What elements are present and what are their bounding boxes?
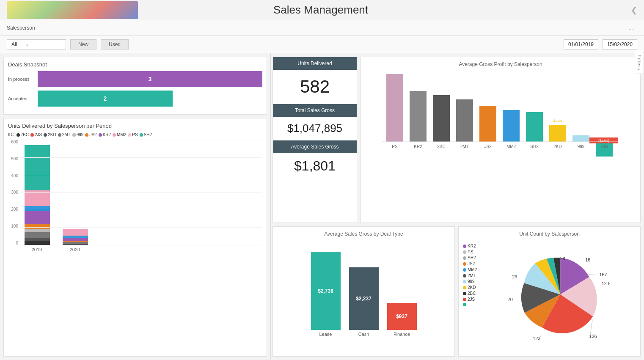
svg-rect-1	[410, 91, 427, 142]
collapse-icon[interactable]: ❮	[631, 5, 637, 15]
deal-type-bars: $2,738 Lease $2,237 Cash $937	[277, 239, 450, 337]
lease-bar-wrap: $2,738 Lease	[311, 252, 341, 337]
bar-segment-2kd-2019	[25, 238, 50, 241]
pie-chart-section: KR2 PS SH2 JS2 MM2 2MT 999 2KD 2BC 2JS	[463, 239, 636, 351]
page-title: Sales Management	[273, 3, 368, 16]
deals-snapshot-title: Deals Snapshot	[8, 61, 262, 68]
svg-text:2JS: 2JS	[600, 144, 608, 149]
legend-kr2: KR2	[463, 244, 477, 248]
pie-svg: 167 12 8 16 28 29 70 123 126	[480, 239, 636, 349]
logo	[7, 1, 138, 19]
in-process-label: In process	[8, 77, 38, 82]
svg-text:28: 28	[560, 256, 565, 261]
legend-kr2: KR2	[99, 132, 111, 137]
chevron-down-icon: ⌄	[25, 42, 29, 47]
pie-legend: KR2 PS SH2 JS2 MM2 2MT 999 2KD 2BC 2JS	[463, 244, 477, 351]
right-panel: Units Delivered 582 Total Sales Gross $1…	[271, 53, 644, 360]
svg-rect-3	[456, 99, 473, 142]
legend-2js: 2JS	[30, 132, 42, 137]
svg-rect-9	[572, 135, 589, 142]
more-options[interactable]: ...	[628, 24, 634, 32]
y-axis: 600 500 400 300 200 100 0	[8, 140, 20, 254]
used-button[interactable]: Used	[101, 39, 129, 49]
pie-svg-container: 167 12 8 16 28 29 70 123 126	[480, 239, 636, 351]
salesperson-label: Salesperson	[7, 25, 35, 31]
main-content: Deals Snapshot In process 3 Accepted 2	[0, 53, 644, 360]
bar-segment-kr2-2020	[63, 238, 88, 241]
avg-sales-chart: Average Sales Gross by Deal Type $2,738 …	[272, 226, 455, 357]
legend-ps: PS	[128, 132, 138, 137]
avg-gross-svg: $744 ($480) PS KR2 2BC 2MT JS2	[365, 70, 636, 159]
controls-row: All ⌄ New Used 01/01/2019 15/02/2020	[0, 36, 644, 53]
svg-text:167: 167	[600, 272, 607, 277]
x-label-2019: 2019	[24, 247, 50, 252]
legend-js2: JS2	[85, 132, 96, 137]
total-sales-header: Total Sales Gross	[273, 104, 357, 117]
x-label-2020: 2020	[62, 247, 88, 252]
svg-rect-6	[526, 112, 543, 142]
bar-segment-2mt-2019	[25, 232, 50, 237]
svg-text:12  8: 12 8	[602, 281, 611, 286]
svg-text:JS2: JS2	[484, 144, 492, 149]
accepted-bar: 2	[38, 91, 173, 107]
kpi-panel: Units Delivered 582 Total Sales Gross $1…	[272, 57, 357, 223]
units-chart-area: 600 500 400 300 200 100 0	[8, 140, 262, 254]
deals-snapshot: Deals Snapshot In process 3 Accepted 2	[3, 57, 267, 115]
grid-lines	[20, 140, 262, 245]
legend-mm2: MM2	[113, 132, 126, 137]
left-panel: Deals Snapshot In process 3 Accepted 2	[0, 53, 271, 360]
bar-segment-sh2-2019	[25, 145, 50, 190]
svg-text:2MT: 2MT	[460, 144, 469, 149]
legend-2bc: 2BC	[17, 132, 29, 137]
legend-ps: PS	[463, 250, 477, 254]
svg-text:29: 29	[512, 274, 517, 279]
avg-sales-value: $1,801	[273, 153, 357, 179]
bar-segment-2bc-2019	[25, 241, 50, 245]
bottom-right-section: Average Sales Gross by Deal Type $2,738 …	[271, 225, 644, 360]
new-button[interactable]: New	[70, 39, 96, 49]
accepted-bar-container: 2	[38, 91, 262, 107]
svg-text:MM2: MM2	[506, 144, 516, 149]
legend-sh2: SH2	[140, 132, 152, 137]
unit-count-chart: Unit Count by Salesperson KR2 PS SH2 JS2…	[458, 226, 641, 357]
top-bar: Sales Management ❮	[0, 0, 644, 20]
svg-text:2KD: 2KD	[553, 144, 561, 149]
svg-rect-0	[386, 74, 403, 142]
legend-2mt: 2MT	[463, 273, 477, 278]
bar-2020	[63, 140, 88, 245]
cash-bar-wrap: $2,237 Cash	[349, 267, 379, 337]
bar-chart-area: 2019 2020	[20, 140, 262, 254]
bar-segment-js2-2019	[25, 224, 50, 229]
svg-text:2BC: 2BC	[437, 144, 445, 149]
legend-mm2: MM2	[463, 267, 477, 272]
svg-text:$744: $744	[553, 119, 562, 123]
bar-2019	[25, 140, 50, 245]
svg-text:($480): ($480)	[598, 139, 609, 143]
accepted-row: Accepted 2	[8, 91, 262, 107]
svg-text:16: 16	[586, 257, 591, 262]
bar-segment-ps-2019	[25, 190, 50, 206]
legend-id-label: ID#	[8, 132, 15, 137]
avg-gross-title: Average Gross Profit by Salesperson	[365, 61, 636, 67]
filters-tab[interactable]: Filters	[635, 51, 644, 74]
date-start-input[interactable]: 01/01/2019	[564, 39, 598, 49]
bar-segment-999-2019	[25, 229, 50, 232]
units-delivered-header: Units Delivered	[273, 57, 357, 70]
legend-blank	[463, 303, 477, 306]
svg-rect-2	[433, 95, 450, 142]
avg-gross-chart: Average Gross Profit by Salesperson $744	[361, 57, 641, 223]
avg-sales-header: Average Sales Gross	[273, 140, 357, 153]
units-chart-title: Units Delivered by Salesperson per Perio…	[8, 123, 262, 129]
units-delivered-value: 582	[273, 70, 357, 104]
avg-gross-chart-area: $744 ($480) PS KR2 2BC 2MT JS2	[365, 70, 636, 167]
legend-2bc: 2BC	[463, 291, 477, 296]
legend-sh2: SH2	[463, 256, 477, 260]
date-end-input[interactable]: 15/02/2020	[603, 39, 637, 49]
bars-area	[20, 140, 262, 245]
unit-count-title: Unit Count by Salesperson	[463, 231, 636, 237]
svg-line-34	[590, 320, 592, 336]
lease-label: Lease	[319, 332, 332, 337]
svg-rect-4	[479, 106, 496, 142]
finance-label: Finance	[394, 332, 410, 337]
salesperson-dropdown[interactable]: All ⌄	[7, 39, 66, 49]
